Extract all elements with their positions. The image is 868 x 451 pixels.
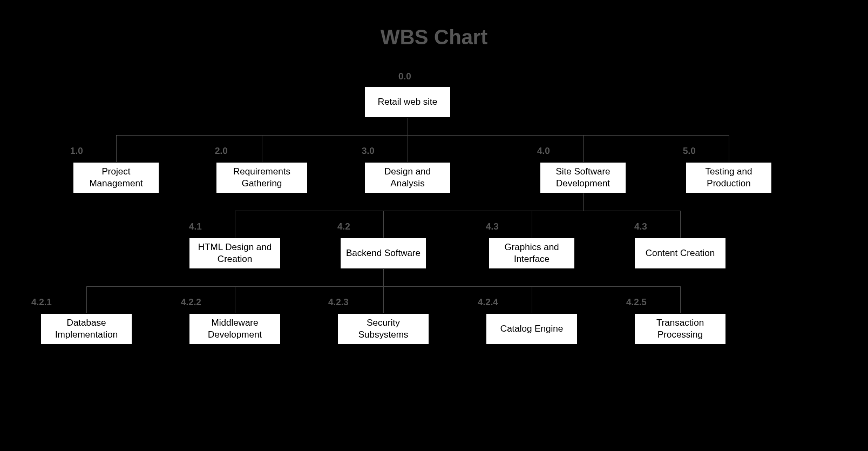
connector: [235, 211, 680, 211]
connector: [235, 211, 235, 238]
node-code: 4.2: [337, 221, 350, 232]
node-code: 4.2.4: [478, 297, 498, 308]
connector: [408, 135, 408, 162]
node-root: Retail web site: [364, 86, 451, 118]
node-testing-production: Testing and Production: [686, 162, 772, 193]
connector: [532, 211, 532, 238]
connector: [235, 286, 235, 313]
node-requirements-gathering: Requirements Gathering: [216, 162, 308, 193]
node-graphics-interface: Graphics and Interface: [489, 238, 575, 269]
connector: [383, 211, 384, 238]
node-backend-software: Backend Software: [340, 238, 426, 269]
connector: [262, 135, 262, 162]
connector: [408, 118, 408, 135]
chart-title: WBS Chart: [0, 0, 868, 49]
node-code: 3.0: [362, 146, 375, 157]
node-code: 4.2.3: [328, 297, 349, 308]
node-code: 4.3: [486, 221, 499, 232]
node-code: 4.2.5: [626, 297, 647, 308]
node-html-design: HTML Design and Creation: [189, 238, 281, 269]
connector: [86, 286, 87, 313]
connector: [680, 286, 681, 313]
node-catalog-engine: Catalog Engine: [486, 313, 578, 345]
node-code: 1.0: [70, 146, 83, 157]
connector: [116, 135, 729, 136]
connector: [383, 269, 384, 286]
node-middleware-development: Middleware Development: [189, 313, 281, 345]
node-code-root: 0.0: [398, 71, 411, 82]
node-security-subsystems: Security Subsystems: [337, 313, 429, 345]
node-project-management: Project Management: [73, 162, 159, 193]
node-code: 4.3: [634, 221, 647, 232]
node-site-software-development: Site Software Development: [540, 162, 626, 193]
node-code: 4.1: [189, 221, 202, 232]
connector: [583, 193, 584, 211]
node-transaction-processing: Transaction Processing: [634, 313, 726, 345]
connector: [383, 286, 384, 313]
node-code: 4.2.1: [31, 297, 52, 308]
node-design-analysis: Design and Analysis: [364, 162, 451, 193]
connector: [729, 135, 729, 162]
node-code: 4.2.2: [181, 297, 201, 308]
connector: [680, 211, 681, 238]
node-code: 5.0: [683, 146, 696, 157]
connector: [583, 135, 584, 162]
node-code: 2.0: [215, 146, 228, 157]
node-code: 4.0: [537, 146, 550, 157]
node-database-implementation: Database Implementation: [40, 313, 132, 345]
node-content-creation: Content Creation: [634, 238, 726, 269]
connector: [116, 135, 117, 162]
connector: [532, 286, 532, 313]
